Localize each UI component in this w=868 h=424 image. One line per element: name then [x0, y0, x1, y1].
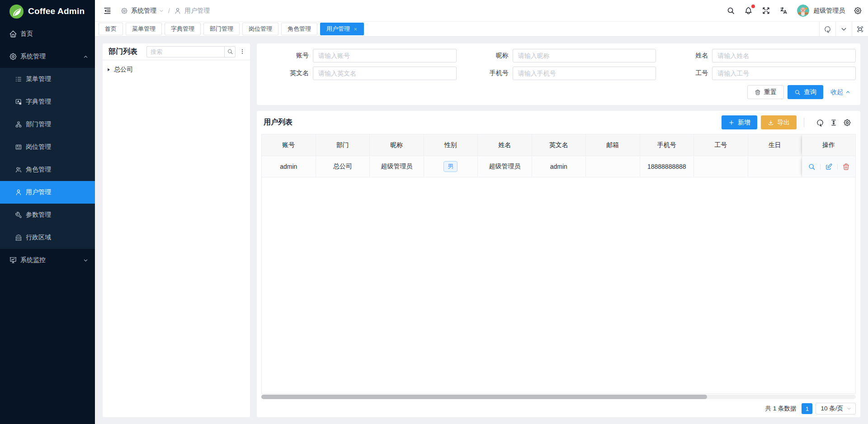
column-header-昵称: 昵称 — [370, 134, 424, 156]
breadcrumb-item-system[interactable]: 系统管理 — [121, 7, 164, 15]
table-header-row: 账号部门昵称性别姓名英文名邮箱手机号工号生日操作 — [262, 134, 855, 156]
sidebar-item-系统管理[interactable]: 系统管理 — [0, 45, 95, 68]
collapse-filter-link[interactable]: 收起 — [830, 88, 851, 96]
chevron-up-icon — [845, 89, 851, 95]
filter-input-工号[interactable] — [712, 67, 856, 80]
view-row-icon[interactable] — [808, 163, 816, 171]
sidebar-item-用户管理[interactable]: 用户管理 — [0, 181, 95, 204]
tab-label: 岗位管理 — [249, 25, 272, 33]
edit-row-icon[interactable] — [825, 163, 833, 171]
toolbar-divider — [804, 118, 804, 127]
topbar-right: 超级管理员 — [718, 5, 863, 17]
tab-label: 字典管理 — [171, 25, 194, 33]
filter-input-姓名[interactable] — [712, 49, 856, 62]
column-header-邮箱: 邮箱 — [586, 134, 640, 156]
sidebar-item-label: 部门管理 — [26, 120, 89, 129]
column-header-工号: 工号 — [694, 134, 748, 156]
cell-手机号: 18888888888 — [640, 156, 694, 177]
trash-icon — [755, 89, 761, 95]
filter-field-工号: 工号 — [656, 67, 856, 80]
add-button[interactable]: 新增 — [722, 115, 757, 129]
tab-部门管理[interactable]: 部门管理 — [203, 23, 240, 35]
tab-菜单管理[interactable]: 菜单管理 — [126, 23, 162, 35]
sidebar-item-部门管理[interactable]: 部门管理 — [0, 113, 95, 136]
department-panel-header: 部门列表 — [103, 43, 250, 60]
language-icon[interactable] — [778, 6, 788, 16]
tab-角色管理[interactable]: 角色管理 — [281, 23, 317, 35]
tab-label: 首页 — [105, 25, 117, 33]
reset-button[interactable]: 重置 — [747, 85, 784, 99]
breadcrumb-item-user[interactable]: 用户管理 — [174, 7, 210, 15]
brand-name: Coffee Admin — [28, 6, 85, 16]
column-settings-icon[interactable] — [843, 119, 851, 127]
sidebar-item-菜单管理[interactable]: 菜单管理 — [0, 68, 95, 91]
pagination-page-1[interactable]: 1 — [802, 403, 812, 414]
tabs-menu-chevron-icon[interactable] — [835, 22, 852, 36]
scrollbar-thumb[interactable] — [261, 395, 707, 399]
sidebar-item-岗位管理[interactable]: 岗位管理 — [0, 136, 95, 158]
menu-fold-icon[interactable] — [102, 6, 112, 16]
table-actions: 新增 导出 — [722, 115, 854, 129]
filter-field-账号: 账号 — [257, 49, 457, 62]
wrench-icon — [15, 211, 22, 219]
filter-input-英文名[interactable] — [313, 67, 457, 80]
search-icon — [794, 89, 801, 95]
search-icon[interactable] — [726, 6, 736, 16]
department-search-group — [146, 46, 236, 57]
tab-首页[interactable]: 首页 — [99, 23, 123, 35]
caret-right-icon[interactable] — [106, 67, 111, 72]
sidebar-item-首页[interactable]: 首页 — [0, 23, 95, 45]
tree-node-label: 总公司 — [114, 66, 133, 74]
maximize-content-icon[interactable] — [852, 22, 868, 36]
sidebar-item-label: 系统管理 — [20, 52, 83, 61]
filter-field-英文名: 英文名 — [257, 67, 457, 80]
export-button[interactable]: 导出 — [761, 115, 797, 129]
tab-用户管理[interactable]: 用户管理 — [320, 23, 364, 35]
op-divider — [837, 164, 838, 170]
tab-字典管理[interactable]: 字典管理 — [165, 23, 201, 35]
reset-button-label: 重置 — [764, 88, 777, 96]
search-icon — [227, 48, 233, 55]
sidebar-item-角色管理[interactable]: 角色管理 — [0, 158, 95, 181]
pagination-total: 共 1 条数据 — [765, 405, 796, 413]
plus-icon — [728, 119, 735, 126]
table-row[interactable]: admin总公司超级管理员男超级管理员admin18888888888 — [262, 156, 855, 177]
scrollbar-track[interactable] — [261, 395, 856, 399]
sidebar-item-字典管理[interactable]: 字典管理 — [0, 91, 95, 113]
delete-row-icon[interactable] — [842, 163, 850, 171]
tab-label: 部门管理 — [210, 25, 233, 33]
tab-label: 用户管理 — [326, 25, 350, 33]
avatar[interactable] — [797, 5, 809, 17]
download-icon — [768, 119, 774, 126]
chevron-down-icon — [159, 8, 164, 14]
filter-input-昵称[interactable] — [513, 49, 656, 62]
filter-input-手机号[interactable] — [513, 67, 656, 80]
refresh-page-icon[interactable] — [819, 22, 835, 36]
refresh-table-icon[interactable] — [816, 119, 824, 127]
filter-input-账号[interactable] — [313, 49, 457, 62]
notification-bell-icon[interactable] — [743, 6, 753, 16]
department-search-input[interactable] — [146, 46, 224, 57]
department-panel-title: 部门列表 — [108, 47, 137, 57]
search-button[interactable]: 查询 — [788, 85, 823, 99]
breadcrumb-separator: / — [168, 7, 170, 14]
tree-node-company[interactable]: 总公司 — [106, 63, 247, 76]
sidebar-item-系统监控[interactable]: 系统监控 — [0, 249, 95, 272]
current-user-name[interactable]: 超级管理员 — [813, 7, 845, 15]
user-table: 账号部门昵称性别姓名英文名邮箱手机号工号生日操作 admin总公司超级管理员男超… — [261, 134, 856, 394]
department-search-button[interactable] — [224, 46, 236, 57]
sidebar-item-参数管理[interactable]: 参数管理 — [0, 204, 95, 226]
department-more-icon[interactable] — [239, 48, 245, 56]
filter-actions: 重置 查询 收起 — [747, 85, 851, 99]
sidebar-item-行政区域[interactable]: 行政区域 — [0, 226, 95, 249]
tab-岗位管理[interactable]: 岗位管理 — [242, 23, 278, 35]
settings-gear-icon[interactable] — [853, 6, 863, 16]
column-header-生日: 生日 — [748, 134, 802, 156]
app: Coffee Admin 首页系统管理菜单管理字典管理部门管理岗位管理角色管理用… — [0, 0, 868, 424]
page-size-select[interactable]: 10 条/页 — [816, 403, 856, 414]
sidebar: Coffee Admin 首页系统管理菜单管理字典管理部门管理岗位管理角色管理用… — [0, 0, 95, 424]
fullscreen-icon[interactable] — [761, 6, 771, 16]
row-density-icon[interactable] — [830, 119, 838, 127]
topbar-left: 系统管理 / 用户管理 — [102, 6, 210, 16]
breadcrumb-parent-label: 系统管理 — [131, 7, 156, 15]
